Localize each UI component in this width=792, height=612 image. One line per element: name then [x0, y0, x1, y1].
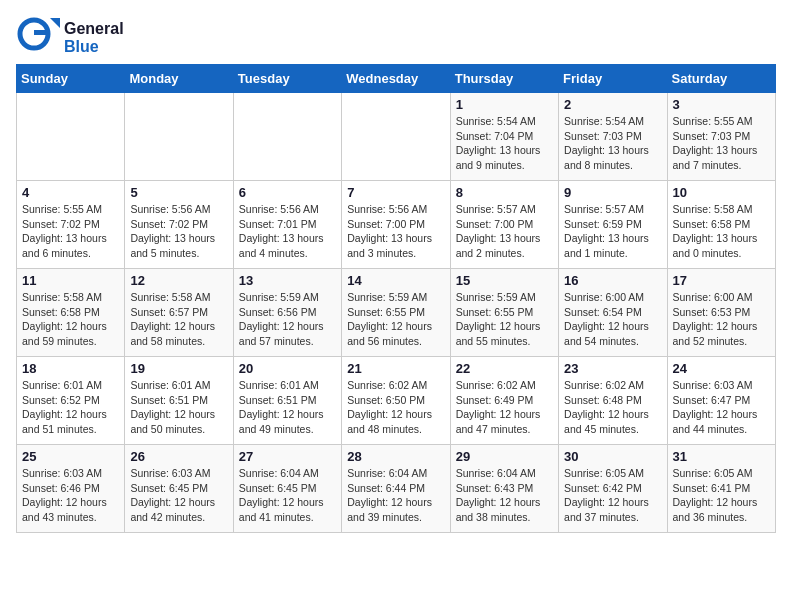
calendar-week: 18Sunrise: 6:01 AM Sunset: 6:52 PM Dayli… [17, 357, 776, 445]
calendar-table: SundayMondayTuesdayWednesdayThursdayFrid… [16, 64, 776, 533]
calendar-cell: 1Sunrise: 5:54 AM Sunset: 7:04 PM Daylig… [450, 93, 558, 181]
day-info: Sunrise: 5:54 AM Sunset: 7:04 PM Dayligh… [456, 114, 553, 173]
day-number: 13 [239, 273, 336, 288]
calendar-cell: 6Sunrise: 5:56 AM Sunset: 7:01 PM Daylig… [233, 181, 341, 269]
day-number: 22 [456, 361, 553, 376]
day-number: 6 [239, 185, 336, 200]
day-number: 26 [130, 449, 227, 464]
calendar-cell [17, 93, 125, 181]
calendar-cell: 14Sunrise: 5:59 AM Sunset: 6:55 PM Dayli… [342, 269, 450, 357]
day-number: 25 [22, 449, 119, 464]
header: GeneralBlue [16, 16, 776, 60]
calendar-cell: 17Sunrise: 6:00 AM Sunset: 6:53 PM Dayli… [667, 269, 775, 357]
day-number: 2 [564, 97, 661, 112]
svg-rect-1 [34, 30, 46, 35]
day-info: Sunrise: 6:02 AM Sunset: 6:48 PM Dayligh… [564, 378, 661, 437]
day-info: Sunrise: 6:04 AM Sunset: 6:43 PM Dayligh… [456, 466, 553, 525]
day-info: Sunrise: 6:02 AM Sunset: 6:50 PM Dayligh… [347, 378, 444, 437]
day-info: Sunrise: 5:58 AM Sunset: 6:58 PM Dayligh… [22, 290, 119, 349]
calendar-cell: 24Sunrise: 6:03 AM Sunset: 6:47 PM Dayli… [667, 357, 775, 445]
calendar-week: 25Sunrise: 6:03 AM Sunset: 6:46 PM Dayli… [17, 445, 776, 533]
day-number: 27 [239, 449, 336, 464]
header-day: Sunday [17, 65, 125, 93]
calendar-cell: 8Sunrise: 5:57 AM Sunset: 7:00 PM Daylig… [450, 181, 558, 269]
calendar-cell: 7Sunrise: 5:56 AM Sunset: 7:00 PM Daylig… [342, 181, 450, 269]
day-number: 15 [456, 273, 553, 288]
header-day: Monday [125, 65, 233, 93]
calendar-cell: 11Sunrise: 5:58 AM Sunset: 6:58 PM Dayli… [17, 269, 125, 357]
header-day: Friday [559, 65, 667, 93]
day-number: 12 [130, 273, 227, 288]
day-info: Sunrise: 5:58 AM Sunset: 6:58 PM Dayligh… [673, 202, 770, 261]
header-row: SundayMondayTuesdayWednesdayThursdayFrid… [17, 65, 776, 93]
logo-blue: Blue [64, 38, 124, 56]
day-number: 9 [564, 185, 661, 200]
calendar-cell: 15Sunrise: 5:59 AM Sunset: 6:55 PM Dayli… [450, 269, 558, 357]
day-info: Sunrise: 5:59 AM Sunset: 6:55 PM Dayligh… [456, 290, 553, 349]
day-info: Sunrise: 5:57 AM Sunset: 6:59 PM Dayligh… [564, 202, 661, 261]
day-info: Sunrise: 6:05 AM Sunset: 6:41 PM Dayligh… [673, 466, 770, 525]
day-info: Sunrise: 6:03 AM Sunset: 6:45 PM Dayligh… [130, 466, 227, 525]
calendar-cell: 31Sunrise: 6:05 AM Sunset: 6:41 PM Dayli… [667, 445, 775, 533]
day-info: Sunrise: 6:04 AM Sunset: 6:44 PM Dayligh… [347, 466, 444, 525]
header-day: Saturday [667, 65, 775, 93]
day-number: 21 [347, 361, 444, 376]
day-info: Sunrise: 5:57 AM Sunset: 7:00 PM Dayligh… [456, 202, 553, 261]
day-info: Sunrise: 6:03 AM Sunset: 6:46 PM Dayligh… [22, 466, 119, 525]
day-info: Sunrise: 6:05 AM Sunset: 6:42 PM Dayligh… [564, 466, 661, 525]
calendar-cell: 9Sunrise: 5:57 AM Sunset: 6:59 PM Daylig… [559, 181, 667, 269]
day-info: Sunrise: 5:58 AM Sunset: 6:57 PM Dayligh… [130, 290, 227, 349]
calendar-cell: 12Sunrise: 5:58 AM Sunset: 6:57 PM Dayli… [125, 269, 233, 357]
day-number: 18 [22, 361, 119, 376]
day-info: Sunrise: 5:55 AM Sunset: 7:02 PM Dayligh… [22, 202, 119, 261]
day-number: 17 [673, 273, 770, 288]
calendar-cell: 27Sunrise: 6:04 AM Sunset: 6:45 PM Dayli… [233, 445, 341, 533]
day-number: 14 [347, 273, 444, 288]
calendar-cell [233, 93, 341, 181]
day-info: Sunrise: 6:00 AM Sunset: 6:53 PM Dayligh… [673, 290, 770, 349]
calendar-cell [342, 93, 450, 181]
logo-general: General [64, 20, 124, 38]
calendar-cell: 5Sunrise: 5:56 AM Sunset: 7:02 PM Daylig… [125, 181, 233, 269]
day-number: 24 [673, 361, 770, 376]
day-info: Sunrise: 5:56 AM Sunset: 7:01 PM Dayligh… [239, 202, 336, 261]
header-day: Wednesday [342, 65, 450, 93]
calendar-cell: 23Sunrise: 6:02 AM Sunset: 6:48 PM Dayli… [559, 357, 667, 445]
day-number: 31 [673, 449, 770, 464]
day-info: Sunrise: 6:04 AM Sunset: 6:45 PM Dayligh… [239, 466, 336, 525]
calendar-cell [125, 93, 233, 181]
calendar-cell: 18Sunrise: 6:01 AM Sunset: 6:52 PM Dayli… [17, 357, 125, 445]
calendar-week: 4Sunrise: 5:55 AM Sunset: 7:02 PM Daylig… [17, 181, 776, 269]
calendar-cell: 20Sunrise: 6:01 AM Sunset: 6:51 PM Dayli… [233, 357, 341, 445]
day-info: Sunrise: 5:56 AM Sunset: 7:00 PM Dayligh… [347, 202, 444, 261]
header-day: Thursday [450, 65, 558, 93]
day-info: Sunrise: 6:03 AM Sunset: 6:47 PM Dayligh… [673, 378, 770, 437]
calendar-cell: 13Sunrise: 5:59 AM Sunset: 6:56 PM Dayli… [233, 269, 341, 357]
calendar-week: 1Sunrise: 5:54 AM Sunset: 7:04 PM Daylig… [17, 93, 776, 181]
calendar-cell: 3Sunrise: 5:55 AM Sunset: 7:03 PM Daylig… [667, 93, 775, 181]
day-number: 23 [564, 361, 661, 376]
calendar-cell: 4Sunrise: 5:55 AM Sunset: 7:02 PM Daylig… [17, 181, 125, 269]
day-info: Sunrise: 5:56 AM Sunset: 7:02 PM Dayligh… [130, 202, 227, 261]
calendar-cell: 30Sunrise: 6:05 AM Sunset: 6:42 PM Dayli… [559, 445, 667, 533]
calendar-cell: 10Sunrise: 5:58 AM Sunset: 6:58 PM Dayli… [667, 181, 775, 269]
day-number: 3 [673, 97, 770, 112]
day-info: Sunrise: 6:01 AM Sunset: 6:52 PM Dayligh… [22, 378, 119, 437]
day-number: 4 [22, 185, 119, 200]
calendar-cell: 28Sunrise: 6:04 AM Sunset: 6:44 PM Dayli… [342, 445, 450, 533]
calendar-cell: 16Sunrise: 6:00 AM Sunset: 6:54 PM Dayli… [559, 269, 667, 357]
day-number: 29 [456, 449, 553, 464]
day-number: 28 [347, 449, 444, 464]
day-info: Sunrise: 5:54 AM Sunset: 7:03 PM Dayligh… [564, 114, 661, 173]
day-number: 20 [239, 361, 336, 376]
calendar-cell: 25Sunrise: 6:03 AM Sunset: 6:46 PM Dayli… [17, 445, 125, 533]
calendar-cell: 19Sunrise: 6:01 AM Sunset: 6:51 PM Dayli… [125, 357, 233, 445]
svg-marker-2 [50, 18, 60, 28]
calendar-cell: 2Sunrise: 5:54 AM Sunset: 7:03 PM Daylig… [559, 93, 667, 181]
calendar-cell: 21Sunrise: 6:02 AM Sunset: 6:50 PM Dayli… [342, 357, 450, 445]
day-info: Sunrise: 6:01 AM Sunset: 6:51 PM Dayligh… [239, 378, 336, 437]
day-info: Sunrise: 6:02 AM Sunset: 6:49 PM Dayligh… [456, 378, 553, 437]
day-number: 1 [456, 97, 553, 112]
day-number: 19 [130, 361, 227, 376]
calendar-week: 11Sunrise: 5:58 AM Sunset: 6:58 PM Dayli… [17, 269, 776, 357]
